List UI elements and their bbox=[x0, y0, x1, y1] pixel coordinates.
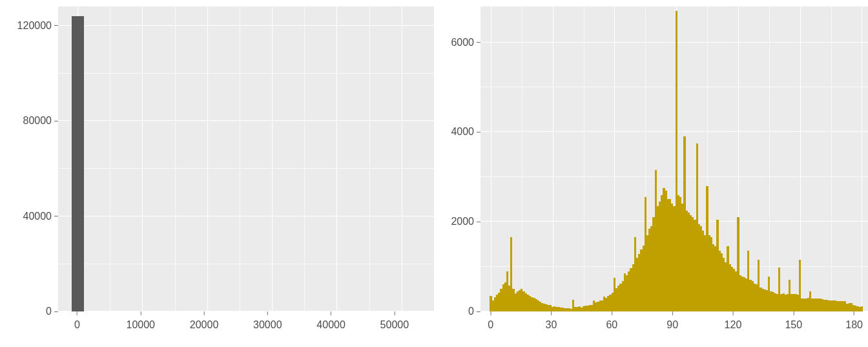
x-tick: 0 bbox=[74, 311, 80, 331]
x-tick: 90 bbox=[666, 311, 678, 331]
figure: 04000080000120000 0100002000030000400005… bbox=[0, 0, 868, 347]
y-tick: 4000 bbox=[451, 126, 480, 138]
x-tick-label: 150 bbox=[785, 319, 802, 331]
right-x-axis: 0306090120150180 bbox=[480, 311, 860, 347]
x-tick-label: 30000 bbox=[253, 319, 282, 331]
x-tick-label: 50000 bbox=[380, 319, 409, 331]
y-tick: 2000 bbox=[451, 216, 480, 227]
bar bbox=[72, 16, 84, 311]
x-tick: 30000 bbox=[253, 311, 282, 331]
x-tick-label: 180 bbox=[845, 319, 863, 331]
x-tick: 150 bbox=[785, 311, 802, 331]
x-tick: 180 bbox=[845, 311, 863, 331]
y-tick-label: 2000 bbox=[451, 216, 474, 227]
right-chart: 0200040006000 0306090120150180 bbox=[434, 0, 868, 347]
x-tick-label: 40000 bbox=[316, 319, 346, 331]
y-tick-label: 120000 bbox=[17, 20, 52, 32]
y-tick: 0 bbox=[46, 306, 58, 317]
right-plot-panel bbox=[480, 6, 868, 311]
x-tick-label: 20000 bbox=[190, 319, 219, 331]
y-tick: 120000 bbox=[17, 20, 58, 32]
left-y-axis: 04000080000120000 bbox=[0, 6, 58, 311]
x-tick: 30 bbox=[546, 311, 557, 331]
y-tick: 40000 bbox=[23, 211, 59, 222]
x-tick: 40000 bbox=[316, 311, 346, 331]
y-tick-label: 0 bbox=[468, 306, 474, 317]
x-tick-label: 30 bbox=[546, 319, 557, 331]
y-tick-label: 4000 bbox=[451, 126, 474, 138]
x-tick-label: 60 bbox=[606, 319, 617, 331]
left-plot-panel bbox=[58, 6, 434, 311]
left-chart: 04000080000120000 0100002000030000400005… bbox=[0, 0, 434, 347]
x-tick: 50000 bbox=[380, 311, 409, 331]
x-tick-label: 0 bbox=[74, 319, 80, 331]
x-tick-label: 0 bbox=[488, 319, 493, 331]
left-x-axis: 01000020000300004000050000 bbox=[58, 311, 426, 347]
y-tick: 6000 bbox=[451, 37, 480, 48]
y-tick-label: 0 bbox=[46, 306, 52, 317]
y-tick-label: 6000 bbox=[451, 37, 474, 48]
x-tick: 10000 bbox=[127, 311, 156, 331]
right-y-axis: 0200040006000 bbox=[434, 6, 480, 311]
x-tick: 60 bbox=[606, 311, 617, 331]
x-tick-label: 10000 bbox=[127, 319, 156, 331]
x-tick: 0 bbox=[488, 311, 493, 331]
x-tick: 120 bbox=[725, 311, 742, 331]
y-tick: 0 bbox=[468, 306, 480, 317]
y-tick: 80000 bbox=[23, 115, 59, 127]
x-tick: 20000 bbox=[190, 311, 219, 331]
x-tick-label: 120 bbox=[725, 319, 742, 331]
y-tick-label: 80000 bbox=[23, 115, 52, 127]
y-tick-label: 40000 bbox=[23, 211, 52, 222]
x-tick-label: 90 bbox=[666, 319, 678, 331]
bar bbox=[861, 306, 863, 311]
